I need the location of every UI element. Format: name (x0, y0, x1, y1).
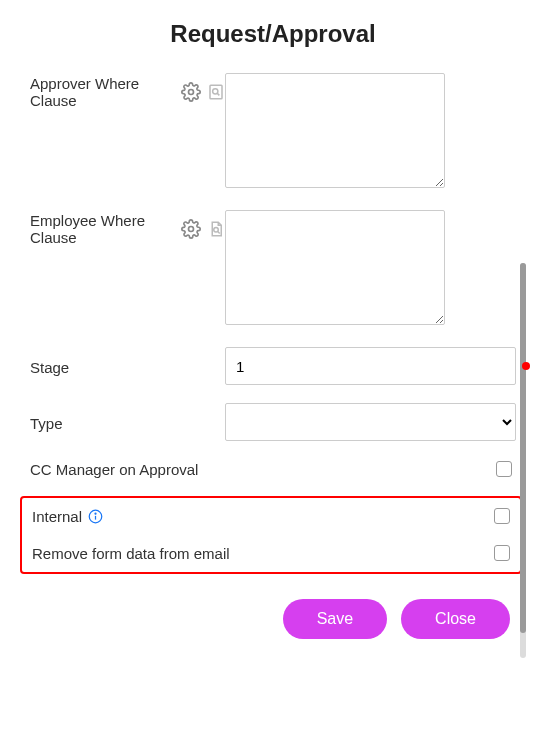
gear-icon[interactable] (181, 82, 201, 102)
svg-line-3 (217, 93, 219, 95)
info-icon[interactable] (88, 509, 103, 524)
row-remove-form-data: Remove form data from email (32, 543, 514, 562)
svg-point-9 (95, 513, 96, 514)
row-internal: Internal (32, 506, 514, 525)
remove-form-data-label: Remove form data from email (32, 543, 230, 562)
search-doc-icon[interactable] (207, 220, 225, 238)
type-select[interactable] (225, 403, 516, 441)
svg-point-4 (189, 227, 194, 232)
required-indicator-icon (522, 362, 530, 370)
form-area: Approver Where Clause (30, 73, 516, 639)
cc-manager-checkbox[interactable] (496, 461, 512, 477)
type-label: Type (30, 413, 225, 432)
approver-where-label-col: Approver Where Clause (30, 73, 225, 109)
highlight-box: Internal Remove form data from email (20, 496, 522, 574)
internal-label: Internal (32, 508, 82, 525)
search-sheet-icon[interactable] (207, 83, 225, 101)
row-employee-where: Employee Where Clause (30, 210, 516, 329)
svg-point-2 (213, 89, 218, 94)
employee-where-label-col: Employee Where Clause (30, 210, 225, 246)
scrollbar[interactable] (520, 263, 526, 658)
cc-manager-label: CC Manager on Approval (30, 459, 198, 478)
employee-where-label: Employee Where Clause (30, 212, 175, 246)
row-cc-manager: CC Manager on Approval (30, 459, 516, 478)
svg-line-6 (218, 231, 220, 233)
close-button[interactable]: Close (401, 599, 510, 639)
approver-where-input[interactable] (225, 73, 445, 188)
employee-where-input[interactable] (225, 210, 445, 325)
svg-rect-1 (210, 85, 222, 99)
svg-point-0 (189, 90, 194, 95)
row-stage: Stage (30, 347, 516, 385)
page-title: Request/Approval (30, 20, 516, 48)
save-button[interactable]: Save (283, 599, 387, 639)
row-type: Type (30, 403, 516, 441)
stage-input[interactable] (225, 347, 516, 385)
row-approver-where: Approver Where Clause (30, 73, 516, 192)
remove-form-data-checkbox[interactable] (494, 545, 510, 561)
scrollbar-thumb[interactable] (520, 263, 526, 633)
gear-icon[interactable] (181, 219, 201, 239)
stage-label: Stage (30, 357, 225, 376)
approver-where-label: Approver Where Clause (30, 75, 175, 109)
button-row: Save Close (30, 599, 516, 639)
internal-checkbox[interactable] (494, 508, 510, 524)
